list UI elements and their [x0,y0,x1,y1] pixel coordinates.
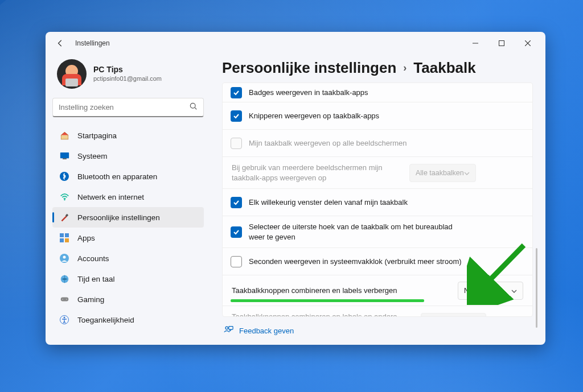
svg-point-18 [62,299,63,300]
scrollbar[interactable] [536,248,537,328]
time-icon [59,274,69,284]
setting-label: Mijn taakbalk weergeven op alle beeldsch… [249,138,523,148]
feedback-link[interactable]: Feedback geven [222,317,533,345]
sidebar-item-label: Accounts [77,254,109,263]
network-icon [59,192,69,202]
sidebar-item-label: Startpagina [77,131,117,140]
svg-point-15 [63,256,66,259]
search-input[interactable] [59,103,190,112]
sidebar-item-time[interactable]: Tijd en taal [52,269,204,289]
svg-point-2 [190,103,195,108]
dropdown-multi-display: Alle taakbalken [409,164,476,182]
sidebar-item-label: Bluetooth en apparaten [77,172,157,181]
sidebar-item-gaming[interactable]: Gaming [52,289,204,310]
breadcrumb-current: Taakbalk [413,59,475,77]
checkbox-icon[interactable] [231,256,242,267]
svg-point-19 [66,299,67,300]
setting-label: Bij gebruik van meerdere beeldschermen m… [232,163,403,183]
sidebar: PC Tips pctipsinfo01@gmail.com Startpagi… [46,55,211,345]
sidebar-item-network[interactable]: Netwerk en internet [52,187,204,207]
gaming-icon [59,294,69,304]
main-content: Persoonlijke instellingen › Taakbalk Bad… [211,55,545,345]
avatar [57,59,87,89]
svg-rect-5 [60,152,68,158]
feedback-label: Feedback geven [239,327,294,335]
bluetooth-icon [59,171,69,181]
svg-point-8 [64,199,65,201]
profile-name: PC Tips [93,65,162,75]
apps-icon [59,233,69,243]
chevron-down-icon [511,287,517,295]
settings-window: Instellingen PC Tips pctipsinfo01@gmail.… [46,32,545,345]
svg-rect-13 [65,238,69,242]
accessibility-icon [59,315,69,325]
checkbox-icon[interactable] [231,110,242,122]
sidebar-item-home[interactable]: Startpagina [52,125,204,146]
setting-row-multi-display-apps: Bij gebruik van meerdere beeldschermen m… [223,157,532,189]
sidebar-item-label: Persoonlijke instellingen [77,213,160,222]
dropdown-combine-other: Altijd [421,313,486,317]
setting-row-combine-buttons[interactable]: Taakbalkknoppen combineren en labels ver… [223,275,532,306]
sidebar-item-label: Gaming [77,295,104,304]
search-box[interactable] [52,98,204,117]
setting-label: Knipperen weergeven op taakbalk-apps [249,111,523,121]
setting-row-all-displays: Mijn taakbalk weergeven op alle beeldsch… [223,130,532,157]
sidebar-item-accounts[interactable]: Accounts [52,248,204,269]
checkbox-icon [231,138,242,149]
profile-email: pctipsinfo01@gmail.com [93,75,162,83]
sidebar-item-apps[interactable]: Apps [52,228,204,248]
setting-row-seconds[interactable]: Seconden weergeven in systeemvakklok (ve… [223,248,532,275]
sidebar-item-label: Tijd en taal [77,275,115,283]
sidebar-item-label: Netwerk en internet [77,193,144,201]
sidebar-item-system[interactable]: Systeem [52,146,204,166]
search-icon [190,102,198,113]
breadcrumb-parent[interactable]: Persoonlijke instellingen [222,59,396,77]
back-button[interactable] [50,33,71,53]
system-icon [59,151,69,161]
setting-row-flashing[interactable]: Knipperen weergeven op taakbalk-apps [223,102,532,130]
highlight-annotation [231,299,424,302]
sidebar-item-accessibility[interactable]: Toegankelijkheid [52,310,204,330]
breadcrumb: Persoonlijke instellingen › Taakbalk [222,57,535,82]
setting-label: Seconden weergeven in systeemvakklok (ve… [249,257,523,267]
setting-row-show-desktop[interactable]: Selecteer de uiterste hoek van de taakba… [223,216,532,248]
svg-rect-1 [499,41,504,46]
feedback-icon [223,325,233,337]
sidebar-item-personalization[interactable]: Persoonlijke instellingen [52,207,204,228]
svg-rect-17 [60,298,68,302]
chevron-right-icon: › [403,62,407,74]
sidebar-item-label: Apps [77,234,95,242]
svg-line-3 [195,108,196,109]
setting-row-share-window[interactable]: Elk willekeurig venster delen vanaf mijn… [223,189,532,216]
svg-point-21 [64,317,65,319]
setting-row-badges[interactable]: Badges weergeven in taakbalk-apps [223,83,532,102]
minimize-button[interactable] [462,35,488,52]
checkbox-icon[interactable] [231,87,242,98]
close-button[interactable] [515,35,541,52]
setting-label: Elk willekeurig venster delen vanaf mijn… [249,197,523,208]
titlebar: Instellingen [46,32,545,55]
home-icon [59,130,69,141]
checkbox-icon[interactable] [231,197,242,208]
setting-row-combine-other: Taakbalkknoppen combineren en labels op … [223,306,532,317]
svg-point-22 [225,327,228,329]
setting-label: Selecteer de uiterste hoek van de taakba… [249,222,465,242]
setting-label: Taakbalkknoppen combineren en labels op … [232,312,414,317]
chevron-down-icon [464,169,470,177]
svg-rect-12 [60,238,64,242]
svg-rect-4 [61,135,68,139]
svg-rect-23 [229,327,233,329]
dropdown-combine[interactable]: Nooit [458,282,523,300]
svg-rect-11 [65,233,69,237]
setting-label: Badges weergeven in taakbalk-apps [249,88,523,98]
profile-section[interactable]: PC Tips pctipsinfo01@gmail.com [52,55,204,98]
accounts-icon [59,253,69,263]
checkbox-icon[interactable] [231,226,242,238]
maximize-button[interactable] [488,35,515,52]
sidebar-item-bluetooth[interactable]: Bluetooth en apparaten [52,166,204,187]
sidebar-item-label: Toegankelijkheid [77,316,134,324]
personalization-icon [59,212,69,222]
window-title: Instellingen [75,39,110,47]
setting-label: Taakbalkknoppen combineren en labels ver… [232,286,451,296]
sidebar-item-label: Systeem [77,152,108,160]
